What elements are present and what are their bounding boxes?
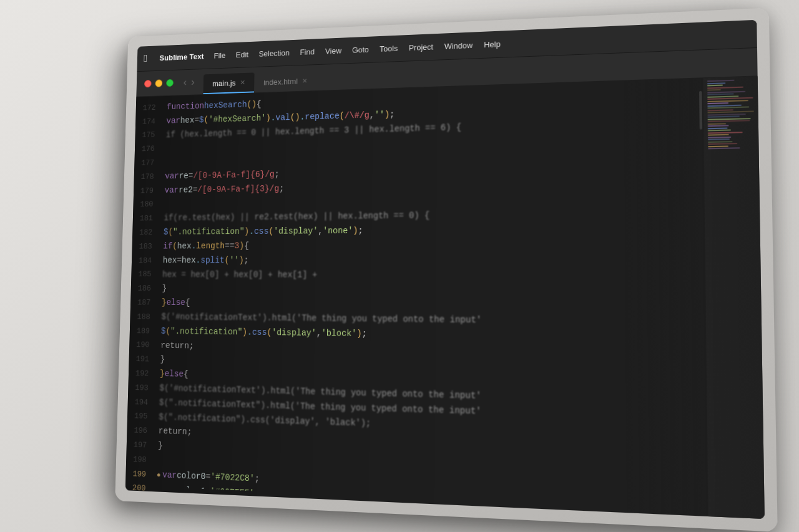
minimap-line [707,100,748,102]
minimap-line [707,86,743,89]
minimap-line [707,110,754,113]
screen-bezel:  Sublime Text File Edit Selection Find … [125,20,765,519]
editor-content: 1721741751761771781791801811821831841851… [125,76,765,519]
traffic-lights [144,79,174,88]
line-number-172: 172 [135,101,155,115]
tab-main-js[interactable]: main.js ✕ [203,72,254,94]
line-number-190: 190 [129,338,150,352]
tab-main-js-close[interactable]: ✕ [240,79,245,86]
menubar-file[interactable]: File [213,51,225,60]
close-button[interactable] [144,80,152,87]
minimap-line [708,115,740,117]
minimap-line [707,109,733,111]
code-line-185: hex = hex[0] + hex[0] + hex[1] + [162,268,761,284]
minimap-line [708,123,726,125]
line-number-177: 177 [134,156,154,170]
code-line-202: colorTwo = color1; [156,511,765,513]
scene:  Sublime Text File Edit Selection Find … [0,0,799,532]
menubar-window[interactable]: Window [444,41,473,51]
line-number-181: 181 [133,212,153,226]
line-number-199: 199 [125,467,146,481]
line-number-201: 201 [125,495,145,511]
line-number-189: 189 [130,324,150,338]
minimap-line [707,102,728,104]
line-number-178: 178 [134,170,154,185]
scroll-indicator [699,91,702,130]
line-number-202: 202 [125,510,145,519]
menubar-project[interactable]: Project [409,42,433,52]
minimap-line [708,145,728,147]
menubar-selection[interactable]: Selection [258,48,289,58]
line-number-183: 183 [132,239,152,254]
line-number-196: 196 [127,423,147,438]
line-number-175: 175 [135,128,155,143]
line-number-193: 193 [128,380,149,395]
nav-forward-icon[interactable]: › [191,76,195,89]
code-line-184: hex = hex.split(''); [162,253,760,268]
minimap[interactable] [703,76,765,519]
minimap-line [708,127,727,129]
tab-index-html[interactable]: index.html ✕ [254,70,317,93]
minimap-line [708,125,728,127]
line-number-174: 174 [135,115,155,129]
minimap-line [707,82,725,84]
minimap-line [707,89,721,91]
menubar-app-name[interactable]: Sublime Text [159,52,203,62]
line-number-195: 195 [127,409,148,424]
code-line-183: if(hex.length == 3) { [163,236,760,253]
minimap-line [708,141,732,143]
line-number-188: 188 [130,310,150,324]
maximize-button[interactable] [166,79,174,87]
macbook-laptop:  Sublime Text File Edit Selection Find … [115,7,778,531]
code-lines: function hexSearch() { var hex = $('#hex… [155,82,765,514]
menubar-edit[interactable]: Edit [236,50,249,59]
tab-index-html-label: index.html [263,77,298,87]
line-number-187: 187 [130,296,151,310]
menubar-tools[interactable]: Tools [380,44,398,54]
minimap-line [707,113,746,115]
line-number-198: 198 [126,452,147,467]
tab-main-js-label: main.js [212,78,236,87]
menubar-find[interactable]: Find [300,47,315,57]
minimap-line [708,147,740,149]
menubar-goto[interactable]: Goto [352,45,369,54]
line-number-182: 182 [132,226,152,240]
line-number-185: 185 [131,268,152,282]
minimap-line [708,129,731,131]
line-number-176: 176 [135,142,155,157]
minimap-line [708,136,732,138]
menubar-help[interactable]: Help [484,39,501,49]
minimap-line [708,132,743,133]
minimap-line [707,90,745,93]
line-number-191: 191 [129,352,149,367]
minimap-line [707,106,749,109]
line-number-179: 179 [134,184,154,198]
minimap-lines [703,76,758,152]
gutter-dot [157,473,160,476]
minimap-line [707,93,733,95]
minimap-line [708,138,730,140]
minimize-button[interactable] [155,79,163,87]
tab-index-html-close[interactable]: ✕ [302,77,308,84]
line-number-186: 186 [130,282,151,296]
minimap-line [708,120,750,122]
minimap-line [707,85,723,87]
minimap-line [707,80,734,82]
line-number-192: 192 [129,367,149,382]
line-number-197: 197 [126,438,147,453]
menubar-view[interactable]: View [325,46,341,56]
gutter-dot [157,488,160,491]
line-number-180: 180 [133,198,153,212]
line-number-194: 194 [127,395,148,410]
minimap-line [708,134,729,136]
line-number-200: 200 [125,481,146,496]
nav-arrows: ‹ › [184,76,195,89]
code-editor[interactable]: 1721741751761771781791801811821831841851… [125,76,765,519]
nav-back-icon[interactable]: ‹ [184,76,187,89]
minimap-line [708,143,737,145]
apple-menu-icon[interactable]:  [144,52,147,65]
line-number-184: 184 [132,254,152,268]
